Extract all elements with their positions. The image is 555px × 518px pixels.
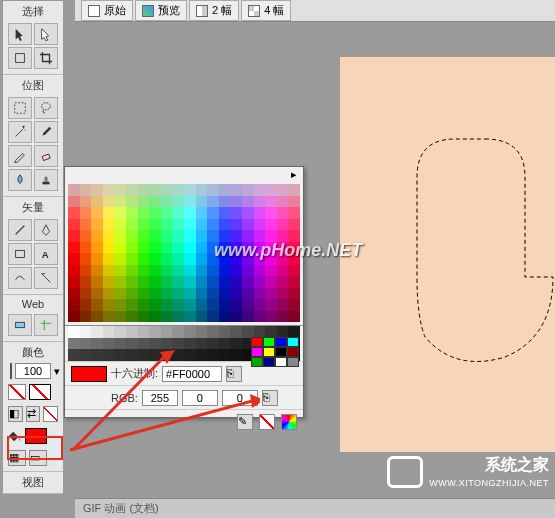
color-cell[interactable]	[265, 219, 277, 231]
color-cell[interactable]	[161, 242, 173, 254]
color-cell[interactable]	[103, 207, 115, 219]
color-cell[interactable]	[68, 276, 80, 288]
color-cell[interactable]	[288, 276, 300, 288]
color-cell[interactable]	[254, 288, 266, 300]
color-cell[interactable]	[230, 276, 242, 288]
copy-rgb-icon[interactable]: ⎘	[262, 390, 278, 406]
color-cell[interactable]	[219, 196, 231, 208]
color-cell[interactable]	[219, 311, 231, 323]
tab-preview[interactable]: 预览	[135, 0, 187, 21]
color-cell[interactable]	[80, 311, 92, 323]
color-cell[interactable]	[184, 311, 196, 323]
color-cell[interactable]	[161, 207, 173, 219]
color-cell[interactable]	[80, 299, 92, 311]
color-cell[interactable]	[288, 219, 300, 231]
color-cell[interactable]	[161, 276, 173, 288]
color-cell[interactable]	[80, 242, 92, 254]
slice-tool[interactable]	[34, 314, 58, 336]
color-cell[interactable]	[80, 207, 92, 219]
picker-menu-icon[interactable]: ▸	[287, 168, 301, 180]
color-cell[interactable]	[172, 299, 184, 311]
color-cell[interactable]	[219, 299, 231, 311]
knife-tool[interactable]	[34, 267, 58, 289]
color-cell[interactable]	[184, 253, 196, 265]
color-cell[interactable]	[288, 184, 300, 196]
color-cell[interactable]	[80, 276, 92, 288]
color-cell[interactable]	[80, 184, 92, 196]
color-cell[interactable]	[126, 242, 138, 254]
color-cell[interactable]	[288, 207, 300, 219]
gray-cell[interactable]	[161, 326, 173, 338]
preset-swatch[interactable]	[287, 347, 299, 357]
color-cell[interactable]	[196, 288, 208, 300]
color-cell[interactable]	[138, 288, 150, 300]
color-cell[interactable]	[196, 253, 208, 265]
gray-cell[interactable]	[80, 338, 92, 350]
no-color-icon[interactable]	[259, 414, 275, 430]
color-cell[interactable]	[91, 196, 103, 208]
color-cell[interactable]	[230, 299, 242, 311]
gray-cell[interactable]	[219, 338, 231, 350]
color-cell[interactable]	[184, 242, 196, 254]
color-cell[interactable]	[277, 276, 289, 288]
color-cell[interactable]	[196, 184, 208, 196]
gray-cell[interactable]	[172, 326, 184, 338]
gray-cell[interactable]	[184, 326, 196, 338]
subselect-tool[interactable]	[34, 23, 58, 45]
gray-cell[interactable]	[68, 338, 80, 350]
gray-cell[interactable]	[149, 338, 161, 350]
color-cell[interactable]	[242, 184, 254, 196]
gray-cell[interactable]	[277, 326, 289, 338]
color-cell[interactable]	[277, 265, 289, 277]
gray-cell[interactable]	[219, 326, 231, 338]
color-cell[interactable]	[80, 219, 92, 231]
color-cell[interactable]	[254, 276, 266, 288]
color-cell[interactable]	[149, 311, 161, 323]
color-cell[interactable]	[196, 276, 208, 288]
color-cell[interactable]	[277, 184, 289, 196]
color-cell[interactable]	[242, 207, 254, 219]
gray-cell[interactable]	[126, 326, 138, 338]
color-cell[interactable]	[172, 265, 184, 277]
color-cell[interactable]	[207, 311, 219, 323]
color-cell[interactable]	[207, 299, 219, 311]
color-cell[interactable]	[207, 265, 219, 277]
color-cell[interactable]	[219, 276, 231, 288]
color-cell[interactable]	[219, 265, 231, 277]
color-cell[interactable]	[114, 184, 126, 196]
preset-swatch[interactable]	[275, 347, 287, 357]
color-cell[interactable]	[149, 230, 161, 242]
color-cell[interactable]	[265, 265, 277, 277]
color-cell[interactable]	[265, 299, 277, 311]
color-cell[interactable]	[184, 196, 196, 208]
color-cell[interactable]	[254, 299, 266, 311]
color-cell[interactable]	[68, 288, 80, 300]
color-cell[interactable]	[242, 265, 254, 277]
color-cell[interactable]	[184, 288, 196, 300]
color-cell[interactable]	[149, 276, 161, 288]
color-cell[interactable]	[80, 253, 92, 265]
color-cell[interactable]	[138, 311, 150, 323]
color-cell[interactable]	[230, 207, 242, 219]
color-cell[interactable]	[242, 288, 254, 300]
swap-colors-icon[interactable]: ⇄	[26, 406, 41, 422]
gray-cell[interactable]	[242, 326, 254, 338]
color-cell[interactable]	[161, 288, 173, 300]
color-cell[interactable]	[103, 219, 115, 231]
color-cell[interactable]	[230, 219, 242, 231]
gray-cell[interactable]	[103, 326, 115, 338]
color-cell[interactable]	[80, 196, 92, 208]
color-cell[interactable]	[103, 196, 115, 208]
color-cell[interactable]	[219, 207, 231, 219]
gray-cell[interactable]	[80, 326, 92, 338]
color-cell[interactable]	[68, 230, 80, 242]
color-cell[interactable]	[91, 311, 103, 323]
color-cell[interactable]	[114, 242, 126, 254]
gray-cell[interactable]	[138, 326, 150, 338]
gray-cell[interactable]	[138, 338, 150, 350]
color-cell[interactable]	[149, 242, 161, 254]
color-cell[interactable]	[126, 207, 138, 219]
color-cell[interactable]	[91, 230, 103, 242]
preset-swatch[interactable]	[275, 337, 287, 347]
color-cell[interactable]	[126, 276, 138, 288]
